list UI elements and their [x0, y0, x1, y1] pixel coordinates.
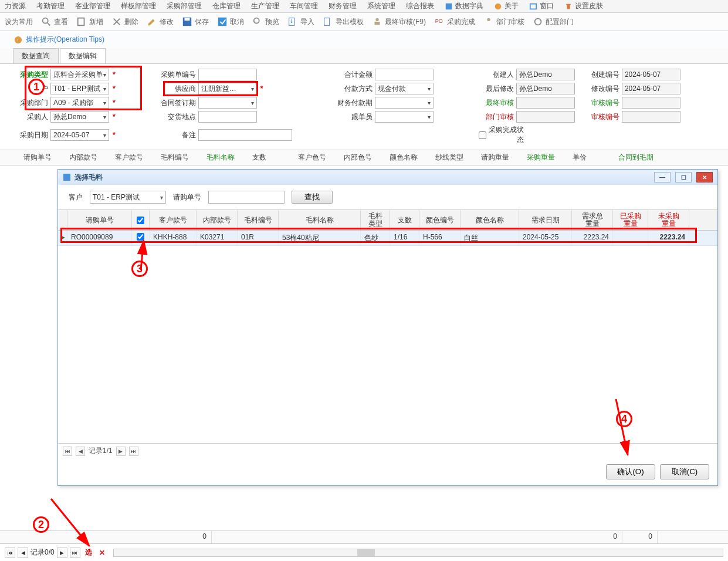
fld-remark[interactable]	[198, 129, 292, 141]
fld-total[interactable]	[375, 69, 434, 80]
lbl-finpay: 财务付款期	[337, 98, 373, 108]
lbl-total: 合计金额	[337, 70, 373, 80]
menu-item[interactable]: 仓库管理	[212, 1, 241, 11]
fld-final	[516, 97, 575, 109]
fld-sign[interactable]	[198, 97, 257, 109]
menu-skin[interactable]: 设置皮肤	[564, 1, 603, 11]
tb-cancel[interactable]: 取消	[217, 16, 244, 27]
svg-rect-2	[530, 4, 537, 9]
chk-done[interactable]	[479, 131, 486, 139]
lbl-supp: 供应商	[161, 84, 196, 94]
fld-chkno	[622, 97, 680, 109]
tb-del[interactable]: 删除	[111, 16, 138, 27]
fld-modifier: 孙总Demo	[516, 83, 575, 94]
lbl-deptchk: 部门审核	[479, 112, 514, 122]
menu-item[interactable]: 生产管理	[251, 1, 279, 11]
lbl-chkno: 审核编号	[584, 98, 619, 108]
fld-cust[interactable]: T01 - ERP测试	[50, 83, 109, 94]
fld-modno: 2024-05-07	[622, 83, 680, 94]
tb-view[interactable]: 查看	[41, 16, 68, 27]
lbl-buyer: 采购人	[13, 112, 48, 122]
fld-chkno2	[622, 111, 680, 123]
menubar: 力资源 考勤管理 客业部管理 样板部管理 采购部管理 仓库管理 生产管理 车间管…	[0, 0, 728, 13]
fld-created: 2024-05-07	[622, 69, 680, 80]
fld-date[interactable]: 2024-05-07	[50, 129, 109, 141]
menu-item[interactable]: 力资源	[5, 1, 26, 11]
tb-po-done[interactable]: PO采购完成	[434, 16, 475, 27]
tb-final-audit[interactable]: 最终审核(F9)	[372, 16, 426, 27]
svg-text:PO: PO	[435, 18, 443, 24]
svg-point-17	[487, 18, 490, 21]
lbl-remark: 备注	[161, 130, 196, 140]
lbl-cust: 客户	[13, 84, 48, 94]
lbl-sign: 合同签订期	[161, 98, 196, 108]
lbl-pono: 采购单编号	[161, 70, 196, 80]
tab-edit[interactable]: 数据编辑	[60, 48, 106, 63]
menu-item[interactable]: 样板部管理	[121, 1, 156, 11]
svg-point-3	[43, 18, 48, 23]
svg-rect-9	[185, 18, 190, 21]
menu-item[interactable]: 系统管理	[367, 1, 395, 11]
menu-datadict[interactable]: 数据字典	[445, 1, 483, 11]
lbl-dept: 采购部门	[13, 98, 48, 108]
tab-query[interactable]: 数据查询	[13, 48, 59, 63]
svg-rect-15	[375, 22, 380, 25]
svg-text:!: !	[17, 36, 19, 43]
svg-point-11	[254, 18, 259, 23]
menu-item[interactable]: 采购部管理	[167, 1, 202, 11]
menu-item[interactable]: 综合报表	[406, 1, 434, 11]
svg-rect-13	[324, 18, 330, 26]
lbl-modifier: 最后修改	[479, 84, 514, 94]
fld-finpay[interactable]	[375, 97, 434, 109]
tb-edit[interactable]: 修改	[147, 16, 174, 27]
fld-deptchk	[516, 111, 575, 123]
fld-dept[interactable]: A09 - 采购部	[50, 97, 109, 109]
lbl-deliv: 交货地点	[161, 112, 196, 122]
tb-save[interactable]: 保存	[182, 16, 209, 27]
fld-creator: 孙总Demo	[516, 69, 575, 80]
tb-dept-audit[interactable]: 部门审核	[483, 16, 524, 27]
tb-fav[interactable]: 设为常用	[5, 17, 33, 27]
svg-line-4	[48, 23, 50, 26]
grid-header: 请购单号内部款号客户款号 毛料编号毛料名称支数 客户色号内部色号颜色名称 纱线类…	[0, 150, 728, 165]
fld-pono[interactable]	[198, 69, 257, 80]
lbl-modno: 修改编号	[584, 84, 619, 94]
svg-rect-0	[446, 3, 452, 9]
fld-buyer[interactable]: 孙总Demo	[50, 111, 109, 123]
warn-icon: !	[14, 36, 22, 44]
fld-deliv[interactable]	[198, 111, 257, 123]
tb-import[interactable]: 导入	[287, 16, 314, 27]
lbl-creator: 创建人	[479, 70, 514, 80]
lbl-date: 采购日期	[13, 130, 48, 140]
toolbar: 设为常用 查看 新增 删除 修改 保存 取消 预览 导入 导出模板 最终审核(F…	[0, 13, 728, 31]
lbl-pay: 付款方式	[337, 84, 373, 94]
lbl-type: 采购类型	[13, 70, 48, 80]
svg-point-18	[535, 19, 541, 25]
fld-follow[interactable]	[375, 111, 434, 123]
menu-item[interactable]: 财务管理	[329, 1, 357, 11]
menu-window[interactable]: 窗口	[529, 1, 554, 11]
svg-rect-10	[218, 18, 226, 26]
tb-export-tpl[interactable]: 导出模板	[323, 16, 364, 27]
menu-item[interactable]: 考勤管理	[36, 1, 65, 11]
tb-config-dept[interactable]: 配置部门	[533, 16, 574, 27]
operation-tips[interactable]: ! 操作提示(Operation Tips)	[0, 31, 728, 48]
lbl-chkno2: 审核编号	[584, 112, 619, 122]
form: 采购类型原料合并采购单* 采购单编号 合计金额 创建人孙总Demo 创建编号20…	[0, 64, 728, 150]
menu-item[interactable]: 客业部管理	[75, 1, 110, 11]
lbl-follow: 跟单员	[337, 112, 373, 122]
svg-point-14	[375, 18, 378, 21]
lbl-final: 最终审核	[479, 98, 514, 108]
tb-add[interactable]: 新增	[76, 16, 103, 27]
lbl-created: 创建编号	[584, 70, 619, 80]
fld-supp[interactable]: 江阴新益…	[198, 83, 257, 94]
svg-point-1	[495, 3, 502, 9]
tabrow: 数据查询 数据编辑	[0, 48, 728, 64]
menu-about[interactable]: 关于	[494, 1, 519, 11]
fld-type[interactable]: 原料合并采购单	[50, 69, 109, 80]
tb-preview[interactable]: 预览	[252, 16, 279, 27]
svg-rect-5	[78, 18, 84, 26]
fld-pay[interactable]: 现金付款	[375, 83, 434, 94]
lbl-done: 采购完成状态	[489, 125, 524, 145]
menu-item[interactable]: 车间管理	[290, 1, 318, 11]
